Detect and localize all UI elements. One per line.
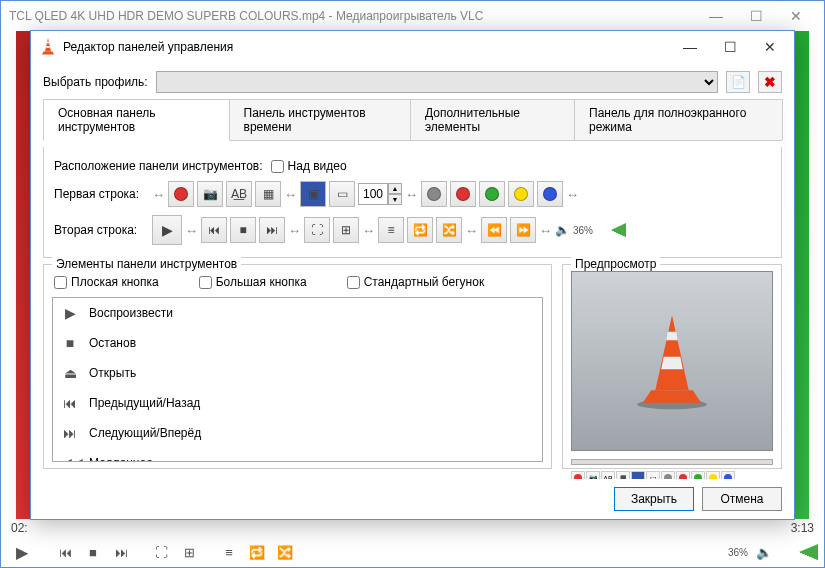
row2-label: Вторая строка: xyxy=(54,223,144,237)
delete-profile-button[interactable]: ✖ xyxy=(758,71,782,93)
std-slider-checkbox[interactable]: Стандартный бегунок xyxy=(347,275,485,289)
green-dot[interactable] xyxy=(479,181,505,207)
expander-icon[interactable]: ↔ xyxy=(465,223,478,238)
prev-button[interactable]: ⏮ xyxy=(201,217,227,243)
stop-button[interactable]: ■ xyxy=(81,540,105,564)
play-button[interactable]: ▶ xyxy=(152,215,182,245)
play-button[interactable]: ▶ xyxy=(7,537,37,567)
close-button[interactable]: Закрыть xyxy=(614,487,694,511)
spin-up[interactable]: ▲ xyxy=(388,183,402,194)
loop-button[interactable]: 🔁 xyxy=(407,217,433,243)
preview-video xyxy=(571,271,773,451)
tab-fullscreen[interactable]: Панель для полноэкранного режима xyxy=(574,99,783,140)
playlist-button[interactable]: ≡ xyxy=(378,217,404,243)
prev-button[interactable]: ⏮ xyxy=(53,540,77,564)
shuffle-button[interactable]: 🔀 xyxy=(273,540,297,564)
mini-btn: 📷 xyxy=(586,471,600,479)
dialog-minimize[interactable]: — xyxy=(670,33,710,61)
mini-btn: AB xyxy=(601,471,615,479)
expander-icon[interactable]: ↔ xyxy=(284,187,297,202)
red-dot[interactable] xyxy=(450,181,476,207)
crop-button[interactable]: ▣ xyxy=(300,181,326,207)
prev-icon: ⏮ xyxy=(61,395,79,411)
atob-button[interactable]: A͟B xyxy=(226,181,252,207)
loop-button[interactable]: 🔁 xyxy=(245,540,269,564)
flat-button-checkbox[interactable]: Плоская кнопка xyxy=(54,275,159,289)
mute-button[interactable]: 🔈 xyxy=(752,540,776,564)
expander-icon[interactable]: ↔ xyxy=(566,187,579,202)
dialog-footer: Закрыть Отмена xyxy=(31,479,794,519)
big-button-checkbox[interactable]: Большая кнопка xyxy=(199,275,307,289)
row2-bar[interactable]: ▶ ↔ ⏮ ■ ⏭ ↔ ⛶ ⊞ ↔ ≡ 🔁 🔀 ↔ ⏪ ⏩ ↔ 🔈 xyxy=(152,215,626,245)
yellow-dot[interactable] xyxy=(508,181,534,207)
minimize-button[interactable]: — xyxy=(696,1,736,31)
list-item: ⏏Открыть xyxy=(53,358,542,388)
mini-btn xyxy=(691,471,705,479)
list-item: ▶Воспроизвести xyxy=(53,298,542,328)
tab-main-toolbar[interactable]: Основная панель инструментов xyxy=(43,99,230,141)
volume-slider[interactable] xyxy=(596,223,626,237)
preview-fieldset: Предпросмотр 📷 xyxy=(562,264,782,469)
zoom-spinbox[interactable]: ▲▼ xyxy=(358,183,402,205)
placement-row: Расположение панели инструментов: Над ви… xyxy=(54,155,771,177)
tab-time-toolbar[interactable]: Панель инструментов времени xyxy=(229,99,411,140)
fullscreen-button[interactable]: ⛶ xyxy=(304,217,330,243)
elements-legend: Элементы панели инструментов xyxy=(52,257,241,271)
frame-button[interactable]: ▦ xyxy=(255,181,281,207)
main-controls: ▶ ⏮ ■ ⏭ ⛶ ⊞ ≡ 🔁 🔀 36% 🔈 xyxy=(1,537,824,567)
dialog-titlebar: Редактор панелей управления — ☐ ✕ xyxy=(31,31,794,63)
mini-btn: ▦ xyxy=(616,471,630,479)
placement-label: Расположение панели инструментов: xyxy=(54,159,263,173)
profile-row: Выбрать профиль: 📄 ✖ xyxy=(43,71,782,93)
row2: Вторая строка: ▶ ↔ ⏮ ■ ⏭ ↔ ⛶ ⊞ ↔ ≡ 🔁 🔀 ↔… xyxy=(54,211,771,249)
gray-dot[interactable] xyxy=(421,181,447,207)
mini-seek xyxy=(571,459,773,465)
skip-fwd-button[interactable]: ⏩ xyxy=(510,217,536,243)
snapshot-button[interactable]: 📷 xyxy=(197,181,223,207)
expander-icon[interactable]: ↔ xyxy=(405,187,418,202)
above-video-checkbox[interactable]: Над видео xyxy=(271,159,471,173)
mute-icon[interactable]: 🔈 xyxy=(555,223,570,237)
element-options: Плоская кнопка Большая кнопка Стандартны… xyxy=(52,271,543,297)
next-icon: ⏭ xyxy=(61,425,79,441)
maximize-button[interactable]: ☐ xyxy=(736,1,776,31)
skip-back-button[interactable]: ⏪ xyxy=(481,217,507,243)
slower-icon: ◀◀ xyxy=(61,455,79,462)
eject-icon: ⏏ xyxy=(61,365,79,381)
cancel-button[interactable]: Отмена xyxy=(702,487,782,511)
record-button[interactable] xyxy=(168,181,194,207)
tab-content: Расположение панели инструментов: Над ви… xyxy=(43,147,782,258)
total-time: 3:13 xyxy=(791,521,814,535)
mini-btn: ▭ xyxy=(646,471,660,479)
row1-bar[interactable]: ↔ 📷 A͟B ▦ ↔ ▣ ▭ ▲▼ ↔ xyxy=(152,181,579,207)
list-item: ■Останов xyxy=(53,328,542,358)
next-button[interactable]: ⏭ xyxy=(259,217,285,243)
next-button[interactable]: ⏭ xyxy=(109,540,133,564)
row2-vol: 36% xyxy=(573,225,593,236)
expander-icon[interactable]: ↔ xyxy=(185,223,198,238)
new-profile-button[interactable]: 📄 xyxy=(726,71,750,93)
tab-advanced[interactable]: Дополнительные элементы xyxy=(410,99,575,140)
shuffle-button[interactable]: 🔀 xyxy=(436,217,462,243)
ext-settings-button[interactable]: ⊞ xyxy=(177,540,201,564)
dialog-maximize[interactable]: ☐ xyxy=(710,33,750,61)
expander-icon[interactable]: ↔ xyxy=(362,223,375,238)
close-button[interactable]: ✕ xyxy=(776,1,816,31)
profile-select[interactable] xyxy=(156,71,718,93)
expander-icon[interactable]: ↔ xyxy=(152,187,165,202)
aspect-button[interactable]: ▭ xyxy=(329,181,355,207)
stop-button[interactable]: ■ xyxy=(230,217,256,243)
dialog-close[interactable]: ✕ xyxy=(750,33,790,61)
volume-slider[interactable] xyxy=(780,544,818,560)
elements-list[interactable]: ▶Воспроизвести ■Останов ⏏Открыть ⏮Предыд… xyxy=(52,297,543,462)
spin-down[interactable]: ▼ xyxy=(388,194,402,205)
fullscreen-button[interactable]: ⛶ xyxy=(149,540,173,564)
row1-label: Первая строка: xyxy=(54,187,144,201)
playlist-button[interactable]: ≡ xyxy=(217,540,241,564)
blue-dot[interactable] xyxy=(537,181,563,207)
expander-icon[interactable]: ↔ xyxy=(288,223,301,238)
vlc-cone-icon xyxy=(627,311,717,411)
settings-button[interactable]: ⊞ xyxy=(333,217,359,243)
time-bar: 02: 3:13 xyxy=(5,519,820,537)
expander-icon[interactable]: ↔ xyxy=(539,223,552,238)
